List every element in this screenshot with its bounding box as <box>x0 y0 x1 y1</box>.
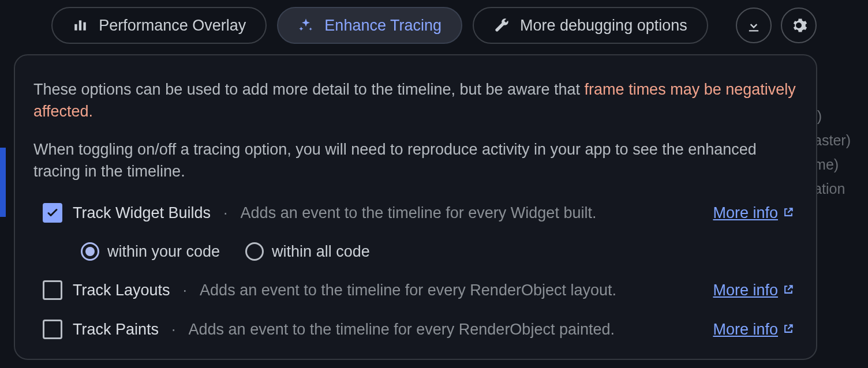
tab-more-debugging-options[interactable]: More debugging options <box>473 7 708 44</box>
radio-indicator <box>81 242 99 261</box>
option-label: Track Layouts <box>73 281 170 299</box>
checkbox-track-paints[interactable] <box>43 320 62 339</box>
radio-within-your-code[interactable]: within your code <box>81 242 220 261</box>
tab-label: More debugging options <box>520 17 687 35</box>
tracing-options-list: Track Widget Builds · Adds an event to t… <box>33 203 798 339</box>
tab-enhance-tracing[interactable]: Enhance Tracing <box>277 7 462 44</box>
bar-chart-icon <box>72 17 88 33</box>
download-button[interactable] <box>736 7 772 43</box>
separator-dot: · <box>221 204 230 222</box>
radio-within-all-code[interactable]: within all code <box>245 242 370 261</box>
intro-period: . <box>89 103 93 120</box>
separator-dot: · <box>169 321 178 339</box>
radio-label: within your code <box>107 243 220 261</box>
more-info-link[interactable]: More info <box>713 204 798 222</box>
option-description: Adds an event to the timeline for every … <box>200 281 616 299</box>
checkbox-track-layouts[interactable] <box>43 280 62 300</box>
background-legend-fragments: l) aster) me) ation <box>814 104 851 201</box>
radio-label: within all code <box>272 243 370 261</box>
external-link-icon <box>783 321 794 339</box>
svg-rect-0 <box>75 24 77 31</box>
selection-indicator <box>0 148 6 217</box>
radio-indicator <box>245 242 264 261</box>
panel-intro: These options can be used to add more de… <box>33 78 798 182</box>
more-info-label: More info <box>713 321 778 339</box>
track-widget-builds-scope: within your code within all code <box>33 242 798 261</box>
more-info-link[interactable]: More info <box>713 321 798 339</box>
sparkles-icon <box>298 17 314 33</box>
gear-icon <box>790 17 807 34</box>
svg-rect-1 <box>79 20 81 30</box>
option-description: Adds an event to the timeline for every … <box>189 321 615 339</box>
option-label: Track Widget Builds <box>73 204 211 222</box>
external-link-icon <box>783 204 794 222</box>
option-track-paints: Track Paints · Adds an event to the time… <box>33 320 798 339</box>
more-info-link[interactable]: More info <box>713 281 798 299</box>
intro-second-paragraph: When toggling on/off a tracing option, y… <box>33 141 757 180</box>
option-description: Adds an event to the timeline for every … <box>241 204 597 222</box>
more-info-label: More info <box>713 204 778 222</box>
tab-performance-overlay[interactable]: Performance Overlay <box>51 7 267 44</box>
checkbox-track-widget-builds[interactable] <box>43 203 62 223</box>
option-track-layouts: Track Layouts · Adds an event to the tim… <box>33 280 798 300</box>
option-label: Track Paints <box>73 321 159 339</box>
option-track-widget-builds: Track Widget Builds · Adds an event to t… <box>33 203 798 223</box>
toolbar-right-buttons <box>736 7 817 43</box>
external-link-icon <box>783 281 794 299</box>
intro-text: These options can be used to add more de… <box>33 81 585 98</box>
more-info-label: More info <box>713 281 778 299</box>
settings-button[interactable] <box>781 7 817 43</box>
toolbar-tabs: Performance Overlay Enhance Tracing More… <box>0 5 868 46</box>
svg-rect-2 <box>84 22 86 31</box>
enhance-tracing-panel: These options can be used to add more de… <box>14 54 817 360</box>
tab-label: Performance Overlay <box>99 17 246 35</box>
separator-dot: · <box>181 281 190 299</box>
wrench-icon <box>493 17 510 33</box>
tab-label: Enhance Tracing <box>324 17 442 35</box>
download-icon <box>746 17 762 33</box>
